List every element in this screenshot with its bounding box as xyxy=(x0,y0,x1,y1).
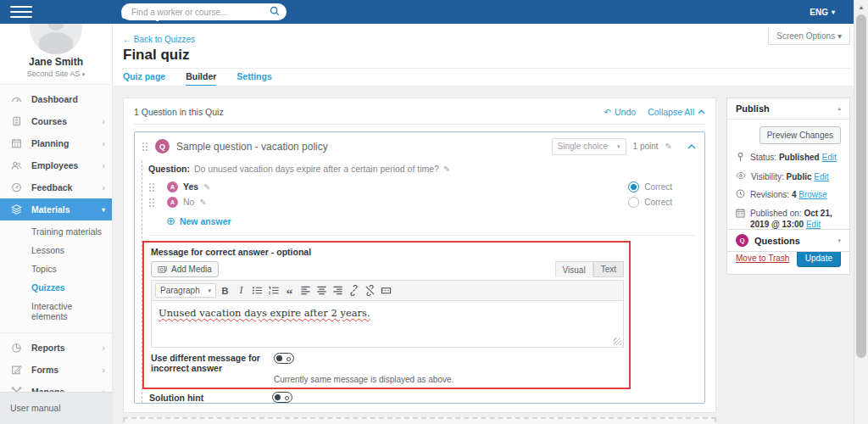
preview-changes-button[interactable]: Preview Changes xyxy=(760,126,841,144)
sidebar-item-feedback[interactable]: Feedback › xyxy=(0,176,112,198)
editor-content[interactable]: Unused vacation days expire after 2 year… xyxy=(151,300,624,348)
logout-button[interactable]: Log out xyxy=(34,84,78,85)
new-answer-button[interactable]: ⊕ New answer xyxy=(166,215,696,227)
bold-button[interactable]: B xyxy=(218,283,232,298)
tab-builder[interactable]: Builder xyxy=(186,71,216,86)
sidebar-item-courses[interactable]: Courses › xyxy=(0,110,112,132)
bullet-list-button[interactable] xyxy=(250,283,264,298)
answer-row: A Yes ✎ Correct xyxy=(148,179,696,194)
search-input[interactable] xyxy=(130,7,270,18)
calendar-icon xyxy=(736,208,745,220)
question-card: Q Sample question - vacation policy Sing… xyxy=(134,131,705,404)
sidebar-item-forms[interactable]: Forms › xyxy=(0,359,112,381)
edit-visibility-link[interactable]: Edit xyxy=(814,172,828,181)
edit-published-date-link[interactable]: Edit xyxy=(806,220,821,229)
chevron-right-icon: › xyxy=(102,160,105,170)
sidebar-item-planning[interactable]: Planning › xyxy=(0,132,112,154)
add-question-dropzone[interactable] xyxy=(123,417,716,424)
question-count: 1 Question in this Quiz xyxy=(134,107,224,117)
browse-revisions-link[interactable]: Browse xyxy=(798,190,826,199)
more-tag-button[interactable] xyxy=(379,283,393,298)
correct-radio[interactable] xyxy=(628,181,639,192)
edit-question-icon[interactable]: ✎ xyxy=(443,165,450,174)
solution-hint-toggle[interactable] xyxy=(272,392,292,403)
search-icon[interactable] xyxy=(270,6,280,18)
drag-handle[interactable] xyxy=(142,142,148,151)
panel-title: Publish xyxy=(736,103,770,114)
collapse-question-icon[interactable] xyxy=(687,144,696,149)
question-type-select[interactable]: Single choice▾ xyxy=(552,138,626,155)
site-selector[interactable]: Second Site AS ▾ xyxy=(0,70,112,78)
align-right-button[interactable] xyxy=(331,283,345,298)
materials-subnav: Training materials Lessons Topics Quizze… xyxy=(0,220,112,329)
plus-circle-icon: ⊕ xyxy=(166,215,175,227)
materials-icon xyxy=(10,204,25,216)
answer-label: No xyxy=(183,197,194,207)
scrollbar[interactable]: ▲ xyxy=(854,0,868,424)
sidebar-item-label: Planning xyxy=(31,138,69,148)
sidebar-item-materials[interactable]: Materials ▾ xyxy=(0,198,112,220)
sidebar-item-lessons[interactable]: Lessons xyxy=(0,241,112,259)
chevron-right-icon: › xyxy=(102,343,105,353)
edit-status-link[interactable]: Edit xyxy=(822,153,837,162)
chevron-right-icon: › xyxy=(102,365,105,375)
questions-panel: Q Questions ▾ xyxy=(726,229,850,252)
chevron-down-icon: ▾ xyxy=(832,8,835,16)
visual-tab[interactable]: Visual xyxy=(555,261,593,277)
resize-handle[interactable] xyxy=(614,338,621,345)
publish-panel-header[interactable]: Publish ▴ xyxy=(727,98,849,120)
align-left-button[interactable] xyxy=(298,283,313,298)
sidebar-item-topics[interactable]: Topics xyxy=(0,259,112,278)
avatar[interactable] xyxy=(30,24,82,54)
edit-answer-icon[interactable]: ✎ xyxy=(199,198,206,207)
question-title: Sample question - vacation policy xyxy=(176,141,328,153)
menu-icon[interactable] xyxy=(10,6,32,18)
sidebar-item-label: Reports xyxy=(31,343,65,353)
language-selector[interactable]: ENG ▾ xyxy=(810,0,835,24)
topbar: coursy ENG ▾ xyxy=(0,0,854,24)
tab-quiz-page[interactable]: Quiz page xyxy=(123,71,165,86)
numbered-list-button[interactable] xyxy=(266,283,281,298)
sidebar-item-employees[interactable]: Employees › xyxy=(0,154,112,176)
tabs: Quiz page Builder Settings xyxy=(123,71,272,86)
italic-button[interactable]: I xyxy=(234,283,248,298)
sidebar-item-interactive-elements[interactable]: Interactive elements xyxy=(0,297,112,326)
correct-radio[interactable] xyxy=(628,197,639,208)
chevron-up-icon[interactable]: ▴ xyxy=(837,105,841,112)
collapse-all-button[interactable]: Collapse All xyxy=(648,107,705,117)
answer-chip: A xyxy=(167,181,178,192)
drag-handle[interactable] xyxy=(148,182,155,192)
scroll-up-icon[interactable]: ▲ xyxy=(854,0,868,14)
screen-options-button[interactable]: Screen Options ▾ xyxy=(768,28,850,45)
tab-settings[interactable]: Settings xyxy=(236,71,271,86)
paragraph-select[interactable]: Paragraph▾ xyxy=(155,283,216,298)
add-media-button[interactable]: Add Media xyxy=(151,261,219,277)
chevron-down-icon[interactable]: ▾ xyxy=(837,237,841,244)
quiz-builder-card: 1 Question in this Quiz ↶Undo Collapse A… xyxy=(123,98,716,413)
message-editor: Add Media Visual Text Paragraph▾ B xyxy=(151,261,624,348)
text-tab[interactable]: Text xyxy=(593,261,624,277)
user-manual-link[interactable]: User manual xyxy=(10,403,61,413)
move-to-trash-link[interactable]: Move to Trash xyxy=(736,254,789,263)
panel-title: Questions xyxy=(754,236,800,246)
back-link[interactable]: ← Back to Quizzes xyxy=(123,35,195,44)
blockquote-button[interactable]: “ xyxy=(282,283,297,298)
questions-panel-header[interactable]: Q Questions ▾ xyxy=(727,230,849,251)
link-button[interactable] xyxy=(347,283,361,298)
annotation-highlight: Message for correct answer - optional Ad… xyxy=(142,241,631,389)
sidebar-item-training-materials[interactable]: Training materials xyxy=(0,222,112,241)
sidebar-item-quizzes[interactable]: Quizzes xyxy=(0,278,112,297)
scrollbar-thumb[interactable] xyxy=(856,14,866,358)
sidebar-item-dashboard[interactable]: Dashboard xyxy=(0,88,112,110)
sidebar-item-reports[interactable]: Reports › xyxy=(0,337,112,359)
points-label: 1 point xyxy=(633,142,659,151)
edit-answer-icon[interactable]: ✎ xyxy=(203,182,210,192)
drag-handle[interactable] xyxy=(148,198,155,207)
update-button[interactable]: Update xyxy=(797,249,841,267)
align-center-button[interactable] xyxy=(314,283,329,298)
edit-points-icon[interactable]: ✎ xyxy=(665,142,672,151)
incorrect-message-toggle[interactable] xyxy=(274,353,294,364)
unlink-button[interactable] xyxy=(363,283,377,298)
undo-button[interactable]: ↶Undo xyxy=(604,107,636,117)
employees-icon xyxy=(10,159,25,172)
